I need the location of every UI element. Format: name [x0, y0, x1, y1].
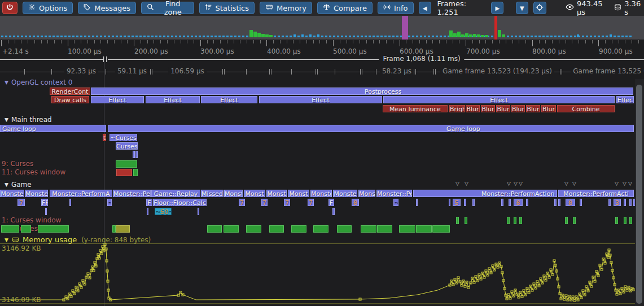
- zone[interactable]: [313, 225, 328, 233]
- zone[interactable]: [465, 217, 467, 224]
- statistics-button[interactable]: Statistics: [199, 2, 255, 14]
- zone[interactable]: [416, 199, 418, 206]
- zone[interactable]: Effec: [616, 96, 634, 103]
- zone[interactable]: [501, 199, 503, 206]
- zone[interactable]: [198, 208, 199, 215]
- zone[interactable]: [207, 225, 222, 233]
- zone[interactable]: [615, 217, 618, 224]
- frame-sep-label[interactable]: Game frame 13,525 (: [571, 67, 644, 75]
- zone[interactable]: [116, 160, 137, 168]
- zone[interactable]: Monste: [333, 190, 357, 197]
- next-frame-button[interactable]: ▶: [491, 2, 503, 14]
- zone[interactable]: Blur: [496, 105, 510, 112]
- zone[interactable]: ~: [107, 199, 112, 206]
- zone[interactable]: Monster::Pe: [376, 190, 412, 197]
- zone[interactable]: Effect: [259, 96, 382, 103]
- frame-sep-label[interactable]: 58.23 μs: [380, 67, 414, 75]
- goto-frame-button[interactable]: [533, 2, 546, 14]
- zone[interactable]: [399, 225, 415, 233]
- memory-usage-graph[interactable]: [0, 0, 644, 306]
- zone[interactable]: Effect: [91, 96, 144, 103]
- message-marker-icon[interactable]: ▽: [455, 181, 459, 186]
- collapse-triangle-icon[interactable]: ▼: [5, 182, 8, 187]
- zone[interactable]: 8: [352, 199, 359, 206]
- zone[interactable]: 7: [284, 199, 290, 206]
- zone[interactable]: Monste: [0, 190, 24, 197]
- zone[interactable]: [361, 225, 376, 233]
- zone[interactable]: Postprocess: [91, 88, 633, 95]
- message-marker-icon[interactable]: ▽: [564, 181, 568, 186]
- zone[interactable]: 7: [239, 199, 245, 206]
- frame-sep-label[interactable]: Game frame 13,523 (194.23 μs): [440, 67, 554, 75]
- zone[interactable]: [456, 217, 459, 224]
- message-marker-icon[interactable]: ▽: [514, 181, 518, 186]
- zone[interactable]: Blur: [541, 105, 556, 112]
- zone[interactable]: Monster::PerformA: [50, 190, 112, 197]
- zone[interactable]: [69, 199, 71, 206]
- memory-button[interactable]: Memory: [260, 2, 312, 14]
- zone[interactable]: F: [146, 199, 152, 206]
- zone[interactable]: Game loop: [0, 125, 106, 132]
- zone[interactable]: [624, 199, 626, 206]
- zone[interactable]: Monste: [25, 190, 48, 197]
- message-marker-icon[interactable]: ▽: [572, 181, 576, 186]
- zone[interactable]: ~Curses: [109, 134, 137, 141]
- zone[interactable]: ti: [103, 134, 106, 141]
- collapse-triangle-icon[interactable]: ▼: [5, 117, 8, 123]
- zone[interactable]: [432, 225, 450, 233]
- prev-frame-button[interactable]: ◀: [419, 2, 431, 14]
- zone[interactable]: [224, 225, 239, 233]
- message-marker-icon[interactable]: ▽: [507, 181, 511, 186]
- zone[interactable]: Mean luminance: [383, 105, 448, 112]
- zone[interactable]: 3: [614, 199, 621, 206]
- zone[interactable]: [377, 225, 392, 233]
- zone[interactable]: [608, 199, 611, 206]
- zone[interactable]: 7: [17, 199, 25, 206]
- zone[interactable]: 7: [261, 199, 268, 206]
- zone[interactable]: [624, 217, 627, 224]
- zone[interactable]: 7: [308, 199, 314, 206]
- zone[interactable]: Mons: [358, 190, 375, 197]
- zone[interactable]: [1, 225, 19, 233]
- zone[interactable]: [269, 225, 284, 233]
- zone[interactable]: Effect: [146, 96, 200, 103]
- zone[interactable]: [116, 225, 130, 233]
- section-header[interactable]: ▼Main thread: [5, 116, 52, 124]
- zone[interactable]: Effect: [201, 96, 257, 103]
- zone[interactable]: Blur: [481, 105, 495, 112]
- section-header[interactable]: ▼OpenGL context 0: [5, 78, 72, 86]
- message-marker-icon[interactable]: ▽: [623, 181, 627, 186]
- frames-overview-strip[interactable]: [0, 16, 644, 40]
- zone[interactable]: Curses: [116, 142, 138, 150]
- zone[interactable]: [573, 217, 576, 224]
- zone[interactable]: Monste: [310, 190, 332, 197]
- zone[interactable]: Blur: [526, 105, 540, 112]
- zone[interactable]: [514, 217, 516, 224]
- collapse-triangle-icon[interactable]: ▼: [5, 237, 8, 243]
- zone[interactable]: Floor::Floor::Calc: [153, 199, 207, 206]
- zone[interactable]: ~50~: [155, 208, 172, 215]
- compare-button[interactable]: Compare: [317, 2, 373, 14]
- zone[interactable]: [135, 151, 138, 158]
- zone[interactable]: 8: [566, 199, 575, 206]
- zone[interactable]: Monst: [288, 190, 309, 197]
- options-button[interactable]: Options: [23, 2, 73, 14]
- zone[interactable]: Monst: [244, 190, 265, 197]
- zone[interactable]: [472, 199, 475, 206]
- zone[interactable]: Monst: [224, 190, 243, 197]
- zone[interactable]: ~: [393, 199, 398, 206]
- zone[interactable]: [133, 169, 138, 176]
- zone[interactable]: Brigh: [449, 105, 465, 112]
- info-button[interactable]: Info: [378, 2, 414, 14]
- zone[interactable]: Monster::PerformAction: [413, 190, 557, 197]
- zone[interactable]: [291, 225, 306, 233]
- memory-section-header[interactable]: ▼Memory usage(y-range: 848 bytes): [5, 235, 151, 245]
- collapse-triangle-icon[interactable]: ▼: [5, 80, 8, 85]
- zone[interactable]: Draw calls: [51, 96, 89, 103]
- frame-set-dropdown-button[interactable]: ▼: [516, 2, 528, 14]
- zone[interactable]: Game::Replay: [151, 190, 200, 197]
- zone[interactable]: [526, 199, 528, 206]
- zone[interactable]: [337, 225, 352, 233]
- zone[interactable]: [629, 199, 632, 206]
- zone[interactable]: [133, 151, 135, 158]
